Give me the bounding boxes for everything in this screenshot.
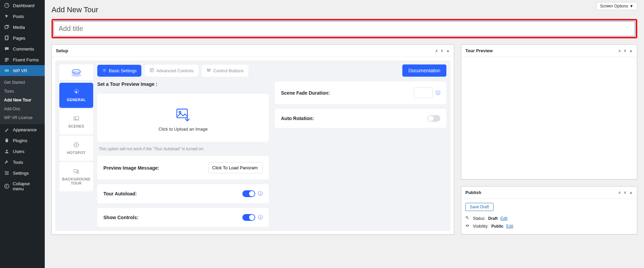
tour-title-input[interactable] [54,21,635,36]
controls-icon [149,68,154,74]
svg-point-30 [466,216,468,218]
vtab-scenes[interactable]: SCENES [59,109,93,134]
gear-icon [61,89,91,96]
sidebar-item-tools[interactable]: Tools [0,157,45,168]
main-content: Screen Options▼ Add New Tour Setup ∧ ∨ ▲ [45,0,644,268]
htab-control-buttons[interactable]: Control Buttons [202,65,248,77]
sub-get-started[interactable]: Get Started [0,78,45,87]
status-label: Status: [473,216,485,221]
svg-point-9 [5,171,6,172]
vr-icon [3,68,10,73]
svg-text:WP VR: WP VR [73,71,80,73]
brush-icon [3,127,10,132]
htab-advanced[interactable]: Advanced Controls [145,65,198,77]
upload-text: Click to Upload an Image [101,127,265,132]
save-draft-button[interactable]: Save Draft [465,203,494,211]
setup-metabox: Setup ∧ ∨ ▲ WP VR [52,44,454,235]
box-down-icon[interactable]: ∨ [624,49,626,53]
visibility-label: Visibility: [473,224,488,229]
fade-duration-input[interactable] [414,88,433,98]
htab-basic-settings[interactable]: Basic Settings [97,65,141,77]
vtab-general[interactable]: GENERAL [59,83,93,108]
sidebar-item-collapse[interactable]: Collapse menu [0,178,45,194]
sliders-icon [206,68,211,74]
documentation-button[interactable]: Documentation [402,64,446,77]
box-toggle-icon[interactable]: ▲ [629,49,633,53]
box-up-icon[interactable]: ∧ [435,49,438,53]
plug-icon [3,138,10,143]
sidebar-item-fluent-forms[interactable]: Fluent Forms [0,54,45,65]
sidebar-item-plugins[interactable]: Plugins [0,135,45,146]
pin-icon [3,14,10,19]
sidebar-item-dashboard[interactable]: Dashboard [0,0,45,11]
sidebar-item-comments[interactable]: Comments [0,43,45,54]
box-down-icon[interactable]: ∨ [624,190,626,195]
box-up-icon[interactable]: ∧ [618,190,621,195]
sidebar-label: Appearance [13,127,37,132]
sub-tours[interactable]: Tours [0,87,45,96]
pages-icon [3,35,10,41]
chevron-down-icon: ▼ [629,4,633,8]
htab-label: Advanced Controls [156,68,194,73]
setup-title: Setup [56,48,68,53]
sub-license[interactable]: WP VR License [0,113,45,122]
svg-point-18 [75,117,76,118]
comment-icon [3,46,10,52]
device-icon [61,168,91,175]
box-down-icon[interactable]: ∨ [441,49,443,53]
vtab-hotspot[interactable]: HOTSPOT [59,136,93,161]
box-toggle-icon[interactable]: ▲ [629,190,633,195]
sidebar-label: Users [13,149,24,154]
vtab-background[interactable]: BACKGROUND TOUR [59,162,93,191]
preview-msg-input[interactable] [208,162,263,173]
screen-options-button[interactable]: Screen Options▼ [596,2,637,10]
target-icon [61,142,91,149]
info-icon[interactable]: ⓘ [436,90,440,96]
sidebar-item-media[interactable]: Media [0,22,45,33]
rotation-label: Auto Rotation: [281,116,314,121]
info-icon[interactable]: ⓘ [258,214,263,221]
vtab-label: BACKGROUND TOUR [62,177,90,185]
autoload-toggle[interactable] [242,190,255,197]
preview-image-label: Set a Tour Preview Image : [97,81,269,87]
tour-preview-metabox: Tour Preview ∧ ∨ ▲ [461,44,637,179]
sidebar-label: Settings [13,171,29,176]
sidebar-item-posts[interactable]: Posts [0,11,45,22]
wpvr-logo: WP VR [59,64,93,80]
sidebar-label: Comments [13,46,34,52]
visibility-edit-link[interactable]: Edit [506,224,513,229]
status-value: Draft [488,216,498,221]
visibility-value: Public [491,224,503,229]
info-icon[interactable]: ⓘ [258,191,263,197]
sidebar-submenu: Get Started Tours Add New Tour Add-Ons W… [0,76,45,124]
media-icon [3,24,10,30]
tour-preview-title: Tour Preview [465,48,493,53]
collapse-icon [3,184,10,189]
admin-sidebar: Dashboard Posts Media Pages Comments Flu… [0,0,45,268]
sidebar-label: Dashboard [13,3,35,8]
sidebar-label: WP VR [13,68,27,73]
box-toggle-icon[interactable]: ▲ [446,49,450,53]
upload-image-area[interactable]: Click to Upload an Image [97,94,269,142]
sidebar-item-appearance[interactable]: Appearance [0,124,45,135]
sidebar-item-wpvr[interactable]: WP VR [0,65,45,76]
tour-preview-body [461,57,637,179]
upload-hint: This option will not work if the "Tour A… [97,147,269,151]
sidebar-item-settings[interactable]: Settings [0,168,45,178]
upload-image-icon [101,107,265,123]
svg-rect-17 [74,117,79,120]
sub-addons[interactable]: Add-Ons [0,104,45,113]
sidebar-label: Tools [13,160,23,165]
rotation-toggle[interactable] [427,115,440,122]
status-edit-link[interactable]: Edit [500,216,507,221]
sidebar-item-users[interactable]: Users [0,146,45,157]
screen-options-label: Screen Options [600,4,628,8]
sub-add-new-tour[interactable]: Add New Tour [0,96,45,104]
sliders-icon [3,170,10,176]
form-icon [3,57,10,62]
svg-point-12 [4,184,9,189]
controls-toggle[interactable] [242,214,255,221]
sidebar-label: Plugins [13,138,27,143]
sidebar-item-pages[interactable]: Pages [0,33,45,43]
box-up-icon[interactable]: ∧ [618,49,621,53]
